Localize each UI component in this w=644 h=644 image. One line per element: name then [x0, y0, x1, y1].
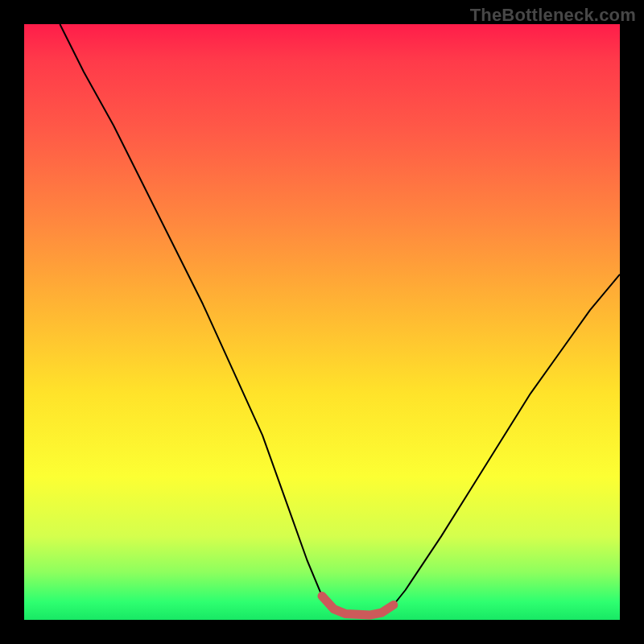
optimal-range-marker — [322, 596, 394, 615]
curve-svg — [24, 24, 620, 620]
bottleneck-curve — [60, 24, 620, 615]
chart-frame: TheBottleneck.com — [0, 0, 644, 644]
watermark-text: TheBottleneck.com — [470, 5, 636, 26]
plot-area — [24, 24, 620, 620]
